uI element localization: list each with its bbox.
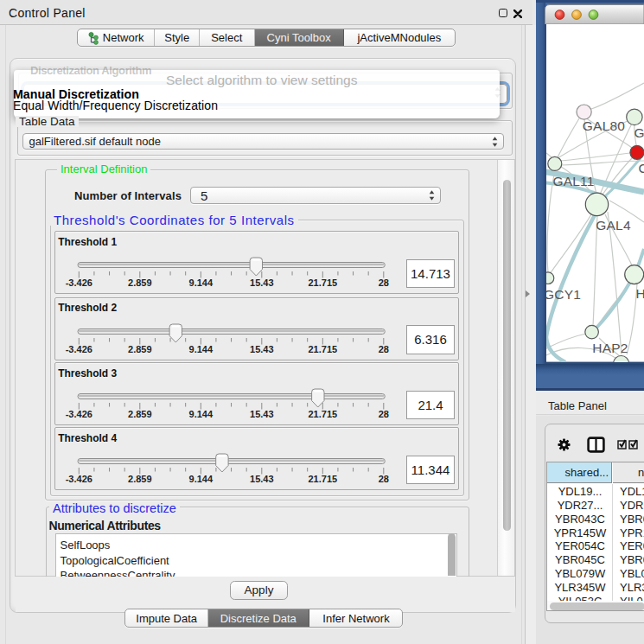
svg-text:GCY1: GCY1 [544,287,581,302]
svg-text:-3.426: -3.426 [65,277,92,288]
svg-text:28: 28 [378,474,388,484]
svg-text:28: 28 [378,409,388,419]
svg-text:GAL80: GAL80 [583,118,625,133]
svg-text:21.715: 21.715 [308,277,337,288]
svg-text:15.43: 15.43 [250,474,274,484]
svg-text:15.43: 15.43 [250,409,274,419]
svg-text:15.43: 15.43 [250,277,274,288]
svg-text:28: 28 [378,277,388,288]
svg-text:21.715: 21.715 [308,343,337,354]
svg-text:G...: G... [634,125,644,140]
svg-text:HAP2: HAP2 [592,341,628,355]
svg-text:9.144: 9.144 [188,343,213,354]
svg-text:GAL11: GAL11 [552,174,594,188]
svg-text:9.144: 9.144 [188,474,213,484]
svg-text:2.859: 2.859 [128,343,152,354]
svg-text:C: C [639,161,644,175]
svg-text:2.859: 2.859 [128,409,152,419]
svg-text:-3.426: -3.426 [65,343,92,354]
svg-text:15.43: 15.43 [250,343,274,354]
svg-text:-3.426: -3.426 [65,474,92,484]
svg-text:21.715: 21.715 [308,474,337,484]
svg-text:9.144: 9.144 [188,277,213,288]
svg-text:21.715: 21.715 [308,409,337,419]
svg-text:2.859: 2.859 [128,474,152,484]
svg-text:-3.426: -3.426 [65,409,92,419]
svg-text:28: 28 [378,343,388,354]
svg-text:2.859: 2.859 [128,277,152,288]
svg-text:H: H [636,286,644,301]
svg-text:9.144: 9.144 [188,409,213,419]
svg-text:GAL4: GAL4 [596,218,631,233]
